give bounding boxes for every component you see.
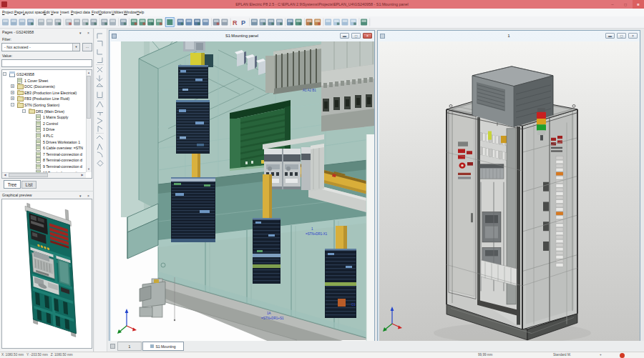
- svg-text:1A: 1A: [267, 312, 271, 315]
- svg-text:P: P: [241, 19, 245, 26]
- svg-text:=STN+DR1-X1: =STN+DR1-X1: [306, 232, 328, 236]
- svg-text:R: R: [233, 19, 238, 26]
- svg-text:C1: C1: [351, 303, 356, 307]
- svg-text:A1 A2 B1: A1 A2 B1: [303, 89, 316, 92]
- svg-text:=STN+DR1+S1: =STN+DR1+S1: [261, 317, 284, 320]
